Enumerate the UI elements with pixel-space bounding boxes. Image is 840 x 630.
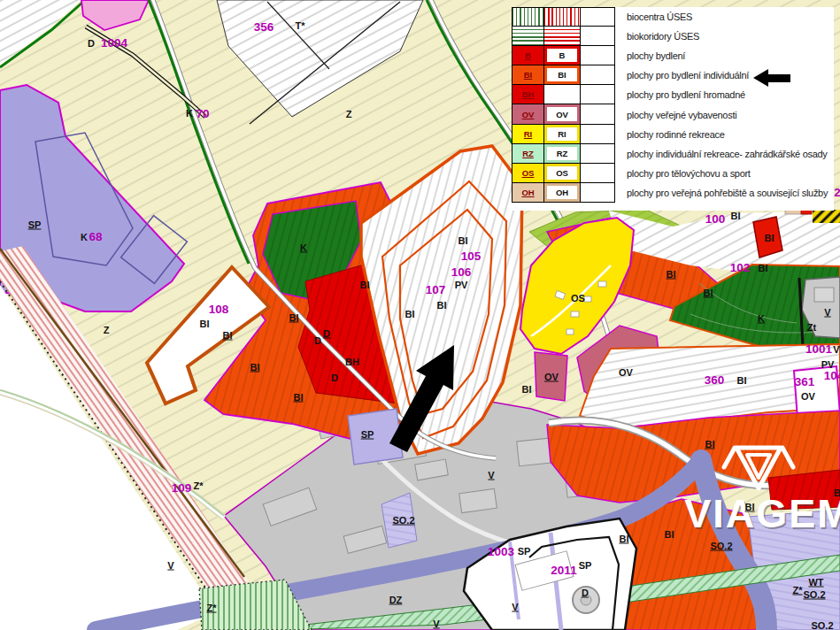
legend-swatch: RI [544, 125, 581, 144]
legend-label: plochy pro tělovýchovu a sport [615, 164, 834, 183]
legend-row: biokoridory ÚSES [512, 27, 834, 46]
legend-row: RZRZplochy individuální rekreace- zahrád… [512, 144, 834, 164]
legend-swatch [581, 144, 615, 164]
legend-swatch [581, 104, 615, 124]
legend-label: plochy rodinné rekreace [615, 125, 834, 144]
legend-swatch: OS [512, 164, 544, 183]
legend-row: BBplochy bydlení [512, 46, 834, 65]
legend-swatch: OS [544, 164, 581, 183]
legend-swatch: RZ [544, 144, 581, 164]
legend-row: BHplochy pro bydlení hromadné [512, 85, 834, 104]
legend-row: OVOVplochy veřejné vybavenosti [512, 104, 834, 124]
legend-swatch: OH [544, 183, 581, 203]
legend-label: plochy pro bydlení individuální [615, 65, 834, 85]
legend-row: biocentra ÚSES [512, 7, 834, 27]
legend-label: biocentra ÚSES [615, 7, 834, 27]
legend-label: plochy pro bydlení hromadné [615, 85, 834, 104]
legend-label: plochy bydlení [615, 46, 834, 65]
legend-swatch: B [512, 46, 544, 65]
legend-row: OSOSplochy pro tělovýchovu a sport [512, 164, 834, 183]
legend-swatch: B [544, 46, 581, 65]
legend-label: plochy pro veřejná pohřebiště a souvisej… [615, 183, 834, 203]
legend-label: plochy veřejné vybavenosti [615, 104, 834, 124]
legend-swatch: RI [512, 125, 544, 144]
legend-swatch: OH [512, 183, 544, 203]
legend-swatch [581, 164, 615, 183]
legend-swatch [512, 7, 544, 27]
legend-label: biokoridory ÚSES [615, 27, 834, 46]
legend-swatch [581, 85, 615, 104]
legend-swatch [512, 27, 544, 46]
legend-swatch [581, 183, 615, 203]
legend-swatch: BI [512, 65, 544, 85]
legend-swatch [581, 125, 615, 144]
legend-row: RIRIplochy rodinné rekreace [512, 125, 834, 144]
legend-swatch: OV [512, 104, 544, 124]
legend-label: plochy individuální rekreace- zahrádkářs… [615, 144, 834, 164]
legend-panel: biocentra ÚSESbiokoridory ÚSESBBplochy b… [512, 7, 834, 211]
legend-swatch: RZ [512, 144, 544, 164]
legend-swatch: OV [544, 104, 581, 124]
legend-swatch [544, 27, 581, 46]
legend-row: OHOHplochy pro veřejná pohřebiště a souv… [512, 183, 834, 203]
legend-swatch: BI [544, 65, 581, 85]
region-ov-small [535, 352, 567, 401]
legend-swatch [581, 46, 615, 65]
legend-swatch [544, 85, 581, 104]
legend-swatch [581, 7, 615, 27]
zoning-map-viewport: VIAGEM VIAGEM D1004356T*K70ZSPK68Z108BIB… [0, 0, 840, 630]
legend-arrow-icon [753, 69, 792, 87]
legend-rows: biocentra ÚSESbiokoridory ÚSESBBplochy b… [512, 7, 834, 203]
viagem-watermark-text: VIAGEM [684, 491, 840, 536]
legend-swatch [581, 27, 615, 46]
legend-swatch: BH [512, 85, 544, 104]
legend-swatch [581, 65, 615, 85]
legend-swatch [544, 7, 581, 27]
